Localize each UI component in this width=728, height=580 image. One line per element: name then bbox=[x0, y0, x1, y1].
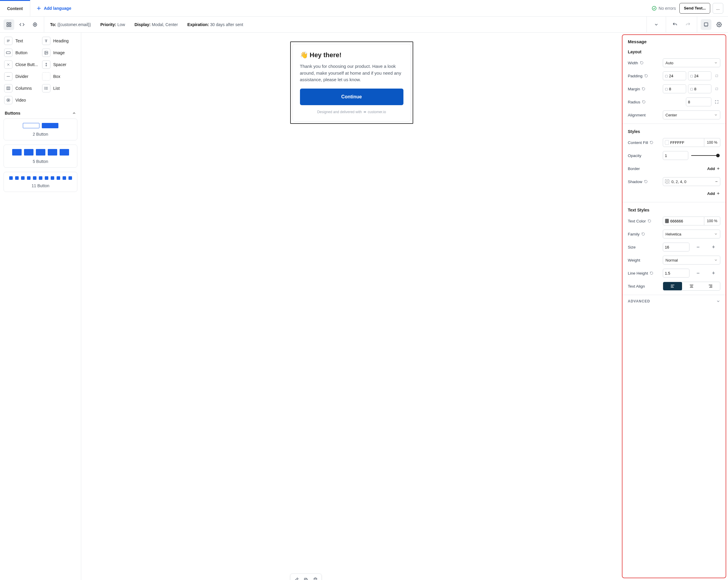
duplicate-button[interactable] bbox=[302, 576, 310, 580]
svg-point-31 bbox=[45, 87, 45, 87]
reset-icon[interactable] bbox=[650, 141, 653, 144]
size-increase-button[interactable]: + bbox=[707, 243, 720, 251]
send-test-button[interactable]: Send Test... bbox=[679, 3, 710, 13]
settings-button[interactable] bbox=[714, 19, 724, 30]
text-color-opacity-input[interactable]: 100 % bbox=[704, 217, 720, 225]
size-decrease-button[interactable]: − bbox=[691, 243, 705, 251]
reset-icon[interactable] bbox=[642, 232, 645, 236]
save-icon bbox=[703, 22, 709, 27]
message-card[interactable]: 👋 Hey there! Thank you for choosing our … bbox=[290, 42, 413, 124]
reset-icon[interactable] bbox=[642, 87, 645, 91]
blocks-view-button[interactable] bbox=[4, 19, 14, 30]
canvas[interactable]: 👋 Hey there! Thank you for choosing our … bbox=[81, 33, 622, 580]
component-heading[interactable]: THeading bbox=[42, 35, 78, 46]
text-align-center-button[interactable] bbox=[682, 282, 701, 290]
svg-rect-41 bbox=[716, 75, 718, 77]
font-size-input[interactable] bbox=[663, 243, 690, 251]
padding-v-input[interactable]: ▢ bbox=[688, 72, 711, 80]
component-label: List bbox=[53, 86, 60, 91]
reset-icon[interactable] bbox=[648, 219, 651, 223]
meta-bar: To: {{customer.email}} Priority: Low Dis… bbox=[44, 22, 647, 27]
component-columns[interactable]: Columns bbox=[4, 83, 40, 93]
component-spacer[interactable]: Spacer bbox=[42, 59, 78, 70]
advanced-section-toggle[interactable]: ADVANCED bbox=[622, 295, 726, 307]
component-button[interactable]: Button bbox=[4, 47, 40, 58]
target-view-button[interactable] bbox=[30, 19, 40, 30]
svg-rect-4 bbox=[9, 23, 11, 24]
message-heading: 👋 Hey there! bbox=[300, 51, 404, 59]
undo-button[interactable] bbox=[670, 19, 680, 30]
more-menu-button[interactable]: ... bbox=[712, 3, 723, 13]
padding-label: Padding bbox=[628, 74, 643, 78]
svg-point-7 bbox=[33, 23, 37, 26]
code-icon bbox=[19, 22, 25, 27]
component-divider[interactable]: Divider bbox=[4, 71, 40, 82]
line-height-decrease-button[interactable]: − bbox=[691, 269, 705, 278]
font-family-select[interactable]: Helvetica bbox=[663, 229, 720, 239]
reset-icon[interactable] bbox=[650, 271, 653, 275]
line-height-input[interactable] bbox=[663, 269, 690, 278]
radius-expand-button[interactable] bbox=[713, 98, 720, 106]
preset-11-button[interactable]: 11 Button bbox=[4, 172, 77, 192]
font-weight-select[interactable]: Normal bbox=[663, 256, 720, 265]
reset-icon[interactable] bbox=[644, 74, 648, 78]
content-fill-opacity-input[interactable]: 100 % bbox=[704, 138, 720, 147]
tab-content[interactable]: Content bbox=[0, 0, 30, 17]
margin-v-input[interactable]: ▢ bbox=[688, 84, 711, 93]
opacity-input[interactable] bbox=[663, 151, 688, 160]
padding-expand-button[interactable] bbox=[713, 72, 720, 79]
meta-priority[interactable]: Priority: Low bbox=[100, 22, 125, 27]
margin-expand-button[interactable] bbox=[713, 85, 720, 92]
reset-icon[interactable] bbox=[644, 180, 648, 183]
shadow-add-button[interactable]: Add bbox=[707, 191, 720, 196]
meta-expand-button[interactable] bbox=[650, 22, 662, 27]
gear-icon bbox=[717, 22, 722, 27]
width-select[interactable]: Auto bbox=[663, 58, 720, 67]
family-label: Family bbox=[628, 232, 640, 237]
margin-h-input[interactable]: ▢ bbox=[663, 84, 686, 93]
opacity-slider[interactable] bbox=[691, 155, 719, 156]
component-close-button[interactable]: Close Butt... bbox=[4, 59, 40, 70]
weight-label: Weight bbox=[628, 258, 640, 263]
save-template-button[interactable] bbox=[701, 19, 711, 30]
columns-icon bbox=[6, 86, 10, 90]
component-video[interactable]: Video bbox=[4, 95, 40, 106]
add-language-button[interactable]: Add language bbox=[30, 6, 77, 11]
undo-icon bbox=[672, 22, 678, 27]
meta-to[interactable]: To: {{customer.email}} bbox=[50, 22, 91, 27]
svg-rect-5 bbox=[7, 25, 8, 26]
edit-button[interactable] bbox=[292, 576, 301, 580]
svg-rect-11 bbox=[704, 23, 708, 26]
meta-display[interactable]: Display: Modal, Center bbox=[135, 22, 178, 27]
reset-icon[interactable] bbox=[642, 100, 646, 104]
preset-5-button[interactable]: 5 Button bbox=[4, 144, 77, 168]
target-icon bbox=[32, 22, 37, 27]
list-icon bbox=[44, 86, 48, 90]
alignment-select[interactable]: Center bbox=[663, 110, 720, 119]
redo-button[interactable] bbox=[683, 19, 693, 30]
x-icon bbox=[6, 63, 10, 66]
align-left-icon bbox=[670, 284, 675, 288]
minus-icon[interactable] bbox=[714, 180, 718, 183]
line-height-increase-button[interactable]: + bbox=[707, 269, 720, 278]
border-add-button[interactable]: Add bbox=[707, 166, 720, 171]
text-color-input[interactable] bbox=[663, 217, 704, 225]
meta-expiration[interactable]: Expiration: 30 days after sent bbox=[187, 22, 243, 27]
shadow-value-input[interactable]: 0, 2, 4, 0 bbox=[663, 177, 720, 186]
component-box[interactable]: Box bbox=[42, 71, 78, 82]
code-view-button[interactable] bbox=[17, 19, 27, 30]
buttons-section-toggle[interactable]: Buttons bbox=[4, 108, 77, 118]
delete-button[interactable] bbox=[311, 576, 319, 580]
text-align-right-button[interactable] bbox=[701, 282, 720, 290]
component-image[interactable]: Image bbox=[42, 47, 78, 58]
reset-icon[interactable] bbox=[640, 61, 644, 64]
padding-h-input[interactable]: ▢ bbox=[663, 72, 686, 80]
text-align-left-button[interactable] bbox=[663, 282, 682, 290]
continue-button[interactable]: Continue bbox=[300, 89, 404, 105]
svg-point-8 bbox=[34, 24, 36, 25]
preset-2-button[interactable]: 2 Button bbox=[4, 118, 77, 140]
component-text[interactable]: Text bbox=[4, 35, 40, 46]
component-list[interactable]: List bbox=[42, 83, 78, 93]
content-fill-color-input[interactable] bbox=[663, 138, 704, 147]
radius-input[interactable] bbox=[686, 98, 711, 106]
